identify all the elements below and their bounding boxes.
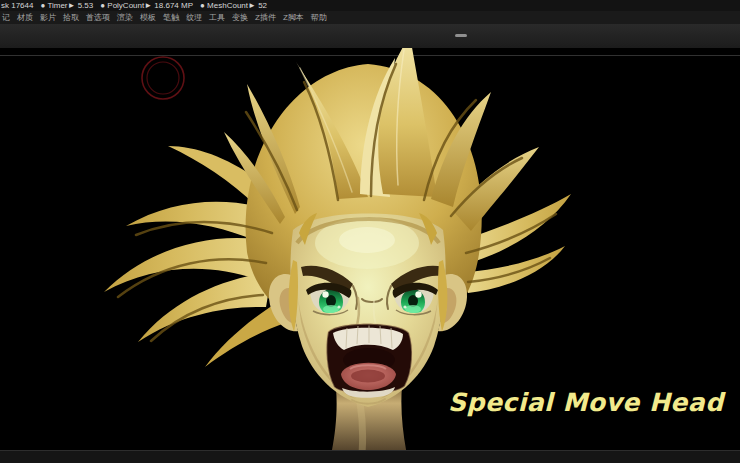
viewport-caption: Special Move Head xyxy=(448,388,724,417)
menu-item-picker[interactable]: 拾取 xyxy=(63,12,79,23)
menu-item-marker[interactable]: 记 xyxy=(2,12,10,23)
shelf-divider-handle[interactable] xyxy=(455,34,467,37)
menu-item-stencil[interactable]: 模板 xyxy=(140,12,156,23)
menu-item-material[interactable]: 材质 xyxy=(17,12,33,23)
menu-item-help[interactable]: 帮助 xyxy=(311,12,327,23)
app-window: sk 17644 ● Timer► 5.53 ● PolyCount► 18.6… xyxy=(0,0,740,463)
menu-item-render[interactable]: 渲染 xyxy=(117,12,133,23)
brush-cursor xyxy=(142,57,184,99)
menu-item-zscript[interactable]: Z脚本 xyxy=(283,12,304,23)
document-canvas[interactable]: Special Move Head xyxy=(0,48,740,450)
menu-item-transform[interactable]: 变换 xyxy=(232,12,248,23)
menu-item-preferences[interactable]: 首选项 xyxy=(86,12,110,23)
bottom-tray-bar xyxy=(0,450,740,463)
top-shelf xyxy=(0,24,740,48)
menu-item-zplugin[interactable]: Z插件 xyxy=(255,12,276,23)
menu-item-tool[interactable]: 工具 xyxy=(209,12,225,23)
status-disk: sk 17644 xyxy=(1,0,33,11)
status-meshcount: ● MeshCount► 52 xyxy=(200,0,267,11)
status-bar: sk 17644 ● Timer► 5.53 ● PolyCount► 18.6… xyxy=(0,0,740,11)
menu-item-texture[interactable]: 纹理 xyxy=(186,12,202,23)
menu-bar: 记 材质 影片 拾取 首选项 渲染 模板 笔触 纹理 工具 变换 Z插件 Z脚本… xyxy=(0,11,740,24)
menu-item-movie[interactable]: 影片 xyxy=(40,12,56,23)
menu-item-stroke[interactable]: 笔触 xyxy=(163,12,179,23)
status-polycount: ● PolyCount► 18.674 MP xyxy=(100,0,193,11)
status-timer: ● Timer► 5.53 xyxy=(40,0,93,11)
